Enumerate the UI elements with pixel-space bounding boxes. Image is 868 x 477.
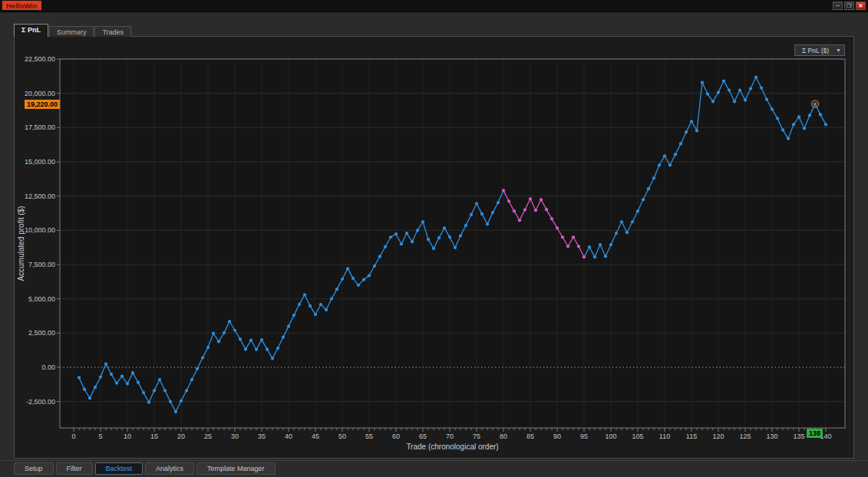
svg-text:25: 25 bbox=[204, 433, 212, 440]
svg-text:-2,500.00: -2,500.00 bbox=[26, 398, 55, 406]
window-title: HelloWin bbox=[2, 1, 41, 10]
tab-pnl[interactable]: Σ PnL bbox=[14, 24, 48, 37]
svg-text:115: 115 bbox=[686, 433, 697, 440]
tab-filter[interactable]: Filter bbox=[56, 462, 93, 475]
svg-text:135: 135 bbox=[793, 433, 804, 440]
tab-setup[interactable]: Setup bbox=[14, 462, 54, 475]
svg-text:100: 100 bbox=[605, 433, 616, 440]
window-titlebar: HelloWin ─ ❐ ✕ bbox=[0, 0, 868, 12]
svg-text:5,000.00: 5,000.00 bbox=[28, 295, 55, 303]
svg-text:10: 10 bbox=[124, 433, 131, 440]
svg-text:20,000.00: 20,000.00 bbox=[25, 90, 55, 97]
tab-analytics[interactable]: Analytics bbox=[145, 462, 194, 475]
svg-text:125: 125 bbox=[739, 433, 751, 440]
svg-text:80: 80 bbox=[500, 433, 507, 440]
statusbar-divider bbox=[0, 460, 868, 461]
svg-text:45: 45 bbox=[312, 433, 319, 440]
series-selector-dropdown[interactable]: Σ PnL ($) ▼ bbox=[794, 44, 845, 56]
svg-text:2,500.00: 2,500.00 bbox=[28, 329, 55, 337]
svg-text:50: 50 bbox=[338, 433, 346, 440]
svg-text:Trade (chronological order): Trade (chronological order) bbox=[406, 442, 498, 451]
tab-trades[interactable]: Trades bbox=[94, 26, 131, 37]
svg-text:5: 5 bbox=[98, 433, 102, 440]
tab-backtest[interactable]: Backtest bbox=[95, 462, 144, 475]
svg-text:130: 130 bbox=[766, 433, 777, 440]
svg-text:20: 20 bbox=[177, 433, 185, 440]
pnl-chart[interactable]: -2,500.000.002,500.005,000.007,500.0010,… bbox=[15, 37, 853, 458]
svg-text:95: 95 bbox=[580, 433, 588, 440]
series-selector-value: Σ PnL ($) bbox=[798, 47, 833, 54]
restore-button[interactable]: ❐ bbox=[844, 2, 854, 10]
tab-template-manager[interactable]: Template Manager bbox=[196, 462, 276, 475]
svg-text:0.00: 0.00 bbox=[41, 364, 55, 371]
chart-panel: -2,500.000.002,500.005,000.007,500.0010,… bbox=[14, 36, 854, 459]
svg-text:120: 120 bbox=[712, 433, 724, 440]
y-tracker-label: 19,220.00 bbox=[25, 100, 60, 109]
chart-tabstrip: Σ PnL Summary Trades bbox=[14, 24, 132, 37]
svg-text:65: 65 bbox=[419, 433, 427, 440]
window-controls: ─ ❐ ✕ bbox=[833, 2, 866, 10]
equity-curve-plot[interactable]: -2,500.000.002,500.005,000.007,500.0010,… bbox=[15, 37, 853, 458]
svg-text:10,000.00: 10,000.00 bbox=[25, 226, 55, 234]
svg-text:0: 0 bbox=[71, 433, 75, 440]
svg-text:7,500.00: 7,500.00 bbox=[28, 261, 55, 268]
svg-text:85: 85 bbox=[526, 433, 534, 440]
svg-text:60: 60 bbox=[392, 433, 400, 440]
svg-text:105: 105 bbox=[632, 433, 643, 440]
svg-text:110: 110 bbox=[659, 433, 670, 440]
main-tabstrip: Setup Filter Backtest Analytics Template… bbox=[14, 462, 276, 475]
svg-text:70: 70 bbox=[446, 433, 454, 440]
svg-text:17,500.00: 17,500.00 bbox=[25, 123, 55, 131]
tab-summary[interactable]: Summary bbox=[49, 26, 94, 37]
svg-text:55: 55 bbox=[365, 433, 373, 440]
svg-text:75: 75 bbox=[473, 433, 480, 440]
x-tracker-label: 138 bbox=[807, 429, 823, 438]
svg-text:15: 15 bbox=[150, 433, 158, 440]
close-button[interactable]: ✕ bbox=[856, 2, 866, 10]
svg-text:12,500.00: 12,500.00 bbox=[25, 192, 55, 200]
svg-text:30: 30 bbox=[231, 433, 239, 440]
svg-text:15,000.00: 15,000.00 bbox=[25, 158, 55, 166]
svg-text:Accumulated profit ($): Accumulated profit ($) bbox=[17, 206, 25, 281]
minimize-button[interactable]: ─ bbox=[833, 2, 843, 10]
svg-text:40: 40 bbox=[285, 433, 292, 440]
chevron-down-icon: ▼ bbox=[836, 48, 841, 53]
svg-text:90: 90 bbox=[553, 433, 561, 440]
svg-text:22,500.00: 22,500.00 bbox=[25, 55, 55, 63]
svg-text:35: 35 bbox=[258, 433, 266, 440]
